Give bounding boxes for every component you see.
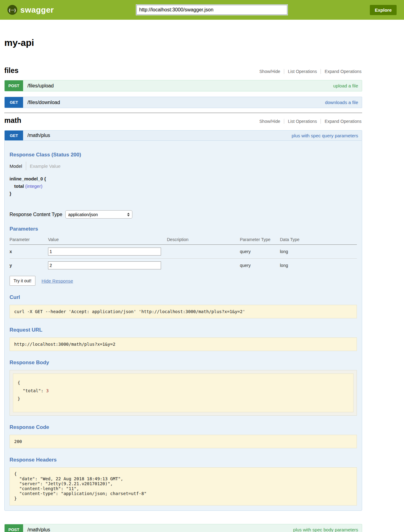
operation-get-files-download[interactable]: GET /files/download downloads a file bbox=[4, 97, 362, 108]
operation-post-math-plus[interactable]: POST /math/plus plus with spec body para… bbox=[4, 524, 362, 532]
curl-command: curl -X GET --header 'Accept: applicatio… bbox=[10, 305, 357, 318]
response-headers-heading: Response Headers bbox=[10, 457, 357, 463]
select-arrows-icon bbox=[127, 213, 130, 216]
swagger-logo-icon: {⋯} bbox=[7, 5, 17, 15]
model-property-type: (integer) bbox=[25, 183, 42, 189]
parameters-heading: Parameters bbox=[10, 226, 357, 232]
section-controls: Show/Hide List Operations Expand Operati… bbox=[256, 69, 362, 74]
operation-summary-link[interactable]: upload a file bbox=[333, 83, 358, 88]
param-description bbox=[167, 259, 240, 272]
list-operations-link[interactable]: List Operations bbox=[284, 119, 321, 124]
http-method-badge: POST bbox=[5, 80, 23, 91]
operation-summary-link[interactable]: plus with spec body parameters bbox=[293, 527, 358, 532]
json-text: { "total": bbox=[18, 380, 46, 393]
column-header-value: Value bbox=[48, 236, 167, 245]
response-body-container: { "total": 3 } bbox=[10, 370, 357, 416]
model-signature: inline_model_0 { total (integer) } bbox=[10, 175, 357, 197]
param-x-input[interactable] bbox=[48, 248, 161, 256]
spec-url-input[interactable] bbox=[136, 5, 287, 15]
column-header-parameter-type: Parameter Type bbox=[240, 236, 280, 245]
response-content-type-label: Response Content Type bbox=[10, 212, 62, 217]
section-controls: Show/Hide List Operations Expand Operati… bbox=[256, 119, 362, 124]
column-header-data-type: Data Type bbox=[280, 236, 357, 245]
response-class-heading: Response Class (Status 200) bbox=[10, 152, 357, 158]
request-url-heading: Request URL bbox=[10, 327, 357, 333]
page-title: my-api bbox=[4, 38, 362, 48]
table-row-y: y query long bbox=[10, 259, 357, 272]
json-text: } bbox=[18, 396, 20, 401]
param-data-type: long bbox=[280, 259, 357, 272]
param-y-input[interactable] bbox=[48, 261, 161, 269]
show-hide-link[interactable]: Show/Hide bbox=[256, 69, 284, 74]
expand-operations-link[interactable]: Expand Operations bbox=[321, 119, 362, 124]
tab-example-value[interactable]: Example Value bbox=[30, 163, 61, 169]
model-property: total (integer) bbox=[14, 183, 357, 190]
model-property-name: total bbox=[14, 183, 24, 189]
param-data-type: long bbox=[280, 245, 357, 259]
column-header-description: Description bbox=[167, 236, 240, 245]
list-operations-link[interactable]: List Operations bbox=[284, 69, 321, 74]
response-body-json: { "total": 3 } bbox=[13, 373, 354, 412]
model-name: inline_model_0 { bbox=[10, 175, 357, 183]
response-code-value: 200 bbox=[10, 435, 357, 448]
request-url-value: http://localhost:3000/math/plus?x=1&y=2 bbox=[10, 337, 357, 351]
brand-title: swagger bbox=[20, 5, 54, 15]
swagger-header: {⋯} swagger Explore bbox=[0, 0, 404, 20]
http-method-badge: GET bbox=[5, 97, 23, 108]
response-content-type-select[interactable]: application/json bbox=[65, 210, 132, 219]
math-section-header: math Show/Hide List Operations Expand Op… bbox=[4, 116, 362, 125]
model-close-brace: } bbox=[10, 190, 357, 197]
param-description bbox=[167, 245, 240, 259]
try-it-out-button[interactable]: Try it out! bbox=[10, 276, 35, 286]
operation-summary-link[interactable]: plus with spec query parameters bbox=[292, 133, 358, 138]
tab-model[interactable]: Model bbox=[10, 163, 22, 169]
operation-get-math-plus[interactable]: GET /math/plus plus with spec query para… bbox=[4, 130, 362, 141]
operation-path-link[interactable]: /math/plus bbox=[27, 527, 50, 532]
tab-separator bbox=[26, 162, 26, 170]
table-row-x: x query long bbox=[10, 245, 357, 259]
operation-path-link[interactable]: /math/plus bbox=[27, 133, 50, 138]
explore-button[interactable]: Explore bbox=[370, 5, 397, 15]
http-method-badge: GET bbox=[5, 131, 23, 140]
files-section-header: files Show/Hide List Operations Expand O… bbox=[4, 66, 362, 75]
param-type: query bbox=[240, 245, 280, 259]
param-type: query bbox=[240, 259, 280, 272]
response-headers-json: { "date": "Wed, 22 Aug 2018 18:49:13 GMT… bbox=[10, 467, 357, 506]
selected-content-type: application/json bbox=[68, 212, 98, 217]
operation-summary-link[interactable]: downloads a file bbox=[325, 100, 358, 105]
operation-path-link[interactable]: /files/download bbox=[27, 100, 60, 105]
section-divider bbox=[4, 112, 362, 113]
show-hide-link[interactable]: Show/Hide bbox=[256, 119, 284, 124]
expand-operations-link[interactable]: Expand Operations bbox=[321, 69, 362, 74]
section-title-files[interactable]: files bbox=[4, 66, 18, 75]
param-name: y bbox=[10, 259, 48, 272]
hide-response-link[interactable]: Hide Response bbox=[42, 278, 73, 284]
operation-path-link[interactable]: /files/upload bbox=[27, 83, 54, 89]
json-number-value: 3 bbox=[46, 388, 49, 393]
param-name: x bbox=[10, 245, 48, 259]
response-body-heading: Response Body bbox=[10, 360, 357, 366]
response-code-heading: Response Code bbox=[10, 424, 357, 430]
column-header-parameter: Parameter bbox=[10, 236, 48, 245]
curl-heading: Curl bbox=[10, 294, 357, 300]
section-title-math[interactable]: math bbox=[4, 116, 21, 125]
parameters-table: Parameter Value Description Parameter Ty… bbox=[10, 236, 357, 272]
http-method-badge: POST bbox=[5, 524, 23, 532]
model-tabs: Model Example Value bbox=[10, 162, 357, 170]
operation-post-files-upload[interactable]: POST /files/upload upload a file bbox=[4, 80, 362, 91]
operation-detail-panel: Response Class (Status 200) Model Exampl… bbox=[4, 141, 362, 511]
